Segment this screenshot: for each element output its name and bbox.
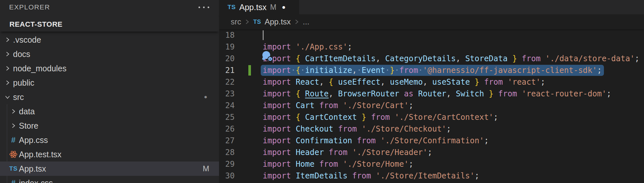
tree-item-label: docs bbox=[13, 49, 30, 59]
tree-item-label: data bbox=[19, 107, 35, 116]
breadcrumb-file[interactable]: App.tsx bbox=[265, 17, 291, 26]
tree-item-app-test-tsx[interactable]: App.test.tsx bbox=[0, 147, 219, 162]
chevron-right-icon bbox=[8, 108, 18, 115]
text-caret bbox=[263, 30, 264, 40]
tab-app-tsx[interactable]: TS App.tsx M ● bbox=[219, 0, 299, 14]
tree-item-data[interactable]: data bbox=[0, 104, 219, 119]
code-text: import './App.css'; bbox=[263, 41, 352, 53]
code-line-25[interactable]: 25import { CartContext } from './Store/C… bbox=[219, 111, 644, 123]
code-text: import·{·initialize,·Event·}·from·'@harn… bbox=[263, 64, 602, 76]
code-text: import ItemDetails from './Store/ItemDet… bbox=[263, 170, 479, 182]
line-number[interactable]: 24 bbox=[219, 100, 235, 111]
chevron-right-icon bbox=[3, 36, 12, 43]
code-text: import React, { useEffect, useMemo, useS… bbox=[263, 76, 545, 88]
collaborator-badge-icon: ★ bbox=[268, 56, 273, 62]
tree-item-label: public bbox=[13, 78, 34, 88]
code-line-19[interactable]: 19import './App.css'; bbox=[219, 41, 644, 53]
code-line-18[interactable]: 18 bbox=[219, 29, 644, 41]
typescript-file-icon: TS bbox=[8, 165, 18, 172]
code-line-20[interactable]: 20import { CartItemDetails, CategoryDeta… bbox=[219, 53, 644, 64]
line-number[interactable]: 21 bbox=[219, 64, 235, 76]
tree-item-label: Store bbox=[19, 121, 38, 131]
tree-item-label: App.tsx bbox=[19, 164, 46, 174]
explorer-header: EXPLORER bbox=[0, 0, 219, 14]
collaborator-cursor-icon: ★ bbox=[262, 51, 270, 59]
code-line-24[interactable]: 24import Cart from './Store/Cart'; bbox=[219, 100, 644, 111]
line-number[interactable]: 20 bbox=[219, 53, 235, 64]
code-line-30[interactable]: 30import ItemDetails from './Store/ItemD… bbox=[219, 170, 644, 182]
project-title: REACT-STORE bbox=[9, 20, 63, 29]
line-number[interactable]: 27 bbox=[219, 135, 235, 147]
tab-bar: TS App.tsx M ● bbox=[219, 0, 644, 14]
tree-item-index-css[interactable]: #index.css bbox=[0, 176, 219, 183]
breadcrumb: src TS App.tsx ... bbox=[219, 14, 644, 29]
tree-item-label: .vscode bbox=[13, 35, 41, 45]
tree-item--vscode[interactable]: .vscode bbox=[0, 33, 219, 47]
chevron-right-icon bbox=[294, 18, 299, 25]
tree-item-label: App.test.tsx bbox=[19, 150, 62, 159]
unsaved-dot-icon[interactable]: ● bbox=[282, 4, 285, 11]
git-modified-badge: M bbox=[203, 164, 209, 173]
tree-item-label: index.css bbox=[19, 178, 53, 183]
line-number[interactable]: 25 bbox=[219, 111, 235, 123]
code-line-22[interactable]: 22import React, { useEffect, useMemo, us… bbox=[219, 76, 644, 88]
chevron-right-icon bbox=[3, 50, 12, 58]
code-line-28[interactable]: 28import Header from './Store/Header'; bbox=[219, 147, 644, 158]
breadcrumb-src[interactable]: src bbox=[231, 17, 241, 26]
explorer-title: EXPLORER bbox=[9, 3, 50, 11]
chevron-right-icon bbox=[245, 18, 250, 25]
code-line-27[interactable]: 27import Confirmation from './Store/Conf… bbox=[219, 135, 644, 147]
line-number[interactable]: 18 bbox=[219, 29, 235, 41]
folder-modified-dot-icon: ● bbox=[204, 94, 207, 100]
breadcrumb-more[interactable]: ... bbox=[303, 17, 309, 26]
code-line-23[interactable]: 23import { Route, BrowserRouter as Route… bbox=[219, 88, 644, 100]
chevron-right-icon bbox=[3, 65, 12, 72]
tree-item-docs[interactable]: docs bbox=[0, 47, 219, 61]
code-text: import Confirmation from './Store/Confir… bbox=[263, 135, 489, 147]
css-file-icon: # bbox=[8, 135, 18, 145]
ts-icon: TS bbox=[227, 4, 236, 11]
code-text: import Cart from './Store/Cart'; bbox=[263, 100, 413, 111]
code-text: import { CartItemDetails, CategoryDetail… bbox=[263, 53, 639, 64]
chevron-right-icon bbox=[3, 79, 12, 86]
gutter-added-indicator bbox=[248, 65, 251, 76]
chevron-down-icon bbox=[3, 93, 12, 101]
more-actions-icon[interactable] bbox=[198, 5, 210, 10]
tree-item-node-modules[interactable]: node_modules bbox=[0, 61, 219, 76]
code-line-29[interactable]: 29import Home from './Store/Home'; bbox=[219, 158, 644, 170]
css-file-icon: # bbox=[8, 178, 18, 183]
line-number[interactable]: 23 bbox=[219, 88, 235, 100]
line-number[interactable]: 22 bbox=[219, 76, 235, 88]
code-text: import Home from './Store/Home'; bbox=[263, 158, 413, 170]
line-number[interactable]: 29 bbox=[219, 158, 235, 170]
tree-item-store[interactable]: Store bbox=[0, 119, 219, 133]
line-number[interactable]: 28 bbox=[219, 147, 235, 158]
code-text: import Header from './Store/Header'; bbox=[263, 147, 432, 158]
tree-item-label: node_modules bbox=[13, 64, 66, 73]
code-line-21[interactable]: 21import·{·initialize,·Event·}·from·'@ha… bbox=[219, 64, 644, 76]
code-text: import { CartContext } from './Store/Car… bbox=[263, 111, 498, 123]
ts-icon: TS bbox=[253, 19, 261, 25]
project-section-header[interactable]: REACT-STORE bbox=[0, 17, 219, 32]
tree-item-public[interactable]: public bbox=[0, 76, 219, 90]
tree-item-label: src bbox=[13, 92, 24, 102]
tab-label: App.tsx bbox=[239, 3, 266, 12]
line-number[interactable]: 19 bbox=[219, 41, 235, 53]
tree-item-src[interactable]: src● bbox=[0, 90, 219, 104]
chevron-right-icon bbox=[8, 122, 18, 129]
code-area[interactable]: 1819import './App.css';20import { CartIt… bbox=[219, 29, 644, 183]
tree-item-label: App.css bbox=[19, 135, 48, 145]
line-number[interactable]: 30 bbox=[219, 170, 235, 182]
tab-git-modified-badge: M bbox=[270, 3, 276, 12]
explorer-sidebar: EXPLORER REACT-STORE .vscodedocsnode_mod… bbox=[0, 0, 219, 183]
line-number[interactable]: 26 bbox=[219, 123, 235, 135]
react-file-icon bbox=[8, 150, 18, 159]
tree-item-app-tsx[interactable]: TSApp.tsxM bbox=[0, 162, 219, 176]
vscode-window: EXPLORER REACT-STORE .vscodedocsnode_mod… bbox=[0, 0, 644, 183]
tree-item-app-css[interactable]: #App.css bbox=[0, 133, 219, 147]
code-text: import Checkout from './Store/Checkout'; bbox=[263, 123, 451, 135]
editor-group: TS App.tsx M ● src TS App.tsx ... 1819im… bbox=[219, 0, 644, 183]
code-line-26[interactable]: 26import Checkout from './Store/Checkout… bbox=[219, 123, 644, 135]
file-tree: .vscodedocsnode_modulespublicsrc●dataSto… bbox=[0, 33, 219, 183]
code-text: import { Route, BrowserRouter as Router,… bbox=[263, 88, 611, 100]
